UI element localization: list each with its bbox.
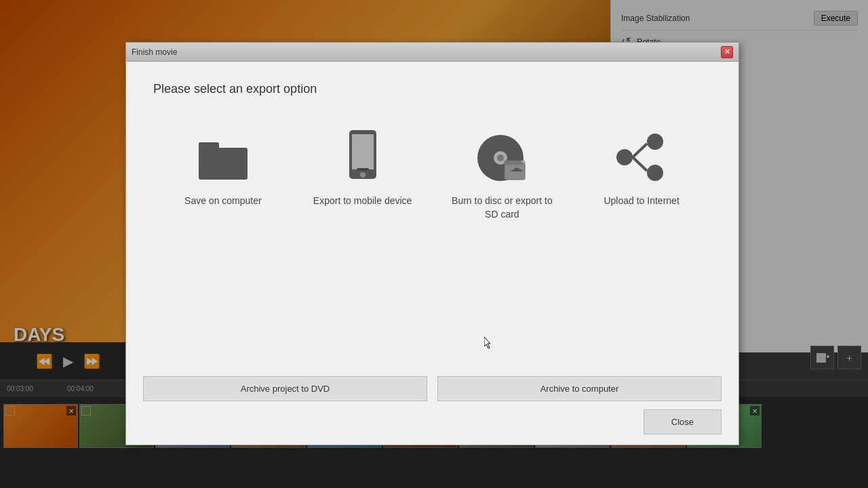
export-mobile-option[interactable]: Export to mobile device xyxy=(309,130,417,221)
modal-titlebar: Finish movie ✕ xyxy=(126,43,738,62)
finish-movie-dialog: Finish movie ✕ Please select an export o… xyxy=(125,42,739,445)
archive-computer-button[interactable]: Archive to computer xyxy=(437,376,722,401)
svg-line-19 xyxy=(633,144,647,157)
save-computer-option[interactable]: Save on computer xyxy=(169,130,277,221)
svg-point-18 xyxy=(616,149,633,165)
svg-rect-4 xyxy=(199,142,219,150)
mobile-icon xyxy=(336,130,390,184)
svg-point-17 xyxy=(647,165,663,181)
svg-rect-8 xyxy=(357,168,369,171)
svg-point-16 xyxy=(647,134,663,150)
modal-close-button[interactable]: ✕ xyxy=(721,46,733,58)
modal-footer: Archive project to DVD Archive to comput… xyxy=(126,366,738,445)
export-options: Save on computer Export to mobile device xyxy=(153,130,711,221)
svg-point-7 xyxy=(360,172,366,178)
burn-disc-option[interactable]: Burn to disc or export to SD card xyxy=(448,130,556,221)
svg-line-20 xyxy=(633,157,647,171)
close-button[interactable]: Close xyxy=(644,409,722,434)
modal-title: Finish movie xyxy=(132,47,177,57)
modal-content: Please select an export option Save on c… xyxy=(126,62,738,282)
svg-rect-3 xyxy=(199,148,248,180)
svg-rect-6 xyxy=(352,134,374,169)
save-computer-label: Save on computer xyxy=(184,195,262,208)
archive-buttons: Archive project to DVD Archive to comput… xyxy=(143,376,722,401)
upload-internet-label: Upload to Internet xyxy=(604,195,679,208)
folder-icon xyxy=(196,130,250,184)
export-mobile-label: Export to mobile device xyxy=(313,195,412,208)
svg-point-11 xyxy=(497,155,504,161)
disc-icon xyxy=(475,130,529,184)
upload-internet-option[interactable]: Upload to Internet xyxy=(587,130,696,221)
archive-dvd-button[interactable]: Archive project to DVD xyxy=(143,376,427,401)
burn-disc-label: Burn to disc or export to SD card xyxy=(448,195,556,221)
modal-heading: Please select an export option xyxy=(153,82,711,96)
share-icon xyxy=(614,130,669,184)
